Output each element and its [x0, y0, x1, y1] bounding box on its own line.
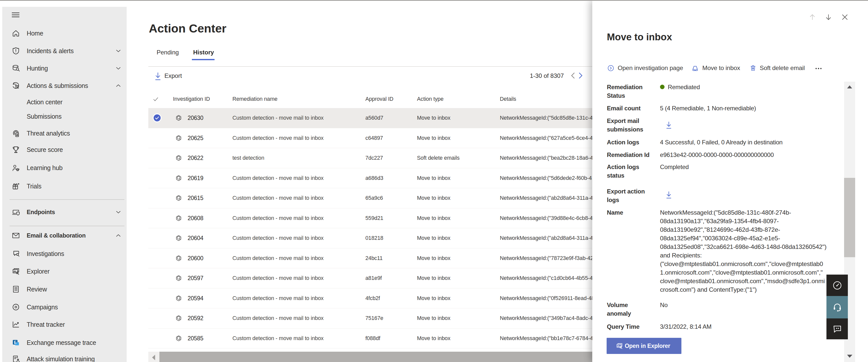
svg-text:E: E — [14, 340, 17, 344]
